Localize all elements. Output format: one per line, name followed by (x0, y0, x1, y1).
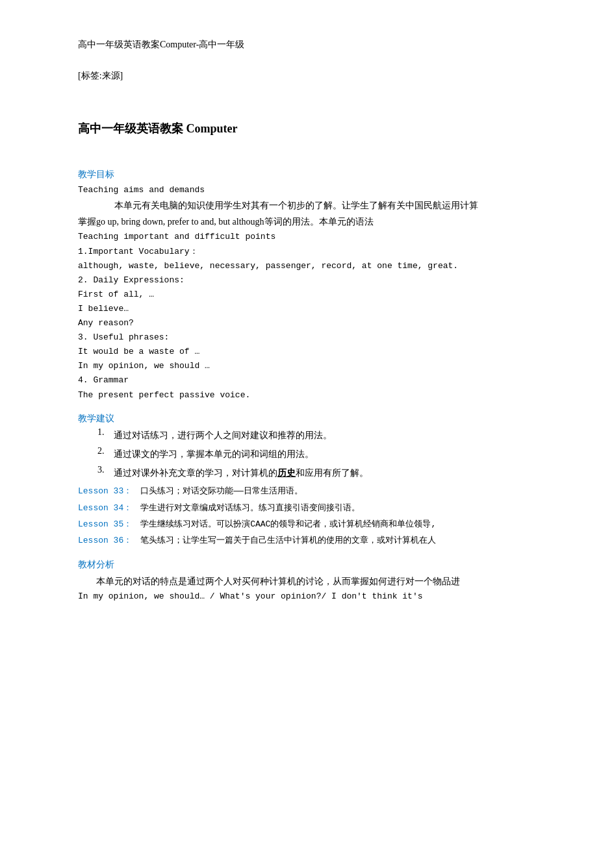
section2-heading: 教学建议 (78, 413, 536, 425)
section1-heading: 教学目标 (78, 169, 536, 180)
lesson35-content: 学生继续练习对话。可以扮演CAAC的领导和记者，或计算机经销商和单位领导, (132, 519, 436, 529)
daily-expressions: 2. Daily Expressions: (78, 273, 536, 288)
vocab-items: although, waste, believe, necessary, pas… (78, 259, 536, 273)
lesson34: Lesson 34： 学生进行对文章编成对话练习。练习直接引语变间接引语。 (78, 501, 536, 515)
suggestion2: 通过课文的学习，掌握本单元的词和词组的用法。 (114, 446, 536, 462)
first-of-all: First of all, … (78, 288, 536, 302)
teaching-aims-label: Teaching aims and demands (78, 183, 536, 197)
vocab-label: 1.Important Vocabulary： (78, 245, 536, 259)
useful-phrases: 3. Useful phrases: (78, 330, 536, 345)
section-suggestions: 教学建议 1. 通过对话练习，进行两个人之间对建议和推荐的用法。 2. 通过课文… (78, 413, 536, 549)
teaching-important: Teaching important and difficult points (78, 230, 536, 244)
phrase1: It would be a waste of … (78, 345, 536, 359)
suggestion3: 通过对课外补充文章的学习，对计算机的历史和应用有所了解。 (114, 465, 536, 481)
tag-line: [标签:来源] (78, 70, 536, 82)
list-item-2: 2. 通过课文的学习，掌握本单元的词和词组的用法。 (78, 446, 536, 462)
phrase2: In my opinion, we should … (78, 359, 536, 373)
para1-cont: 掌握go up, bring down, prefer to and, but … (78, 214, 536, 230)
list-num-2: 2. (97, 446, 114, 456)
top-title: 高中一年级英语教案Computer-高中一年级 (78, 39, 536, 51)
lesson36: Lesson 36： 笔头练习；让学生写一篇关于自己生活中计算机的使用的文章，或… (78, 533, 536, 548)
suggestion1: 通过对话练习，进行两个人之间对建议和推荐的用法。 (114, 427, 536, 443)
para4: In my opinion, we should… / What's your … (78, 589, 536, 604)
section3-heading: 教材分析 (78, 559, 536, 571)
page-container: 高中一年级英语教案Computer-高中一年级 [标签:来源] 高中一年级英语教… (0, 0, 614, 868)
lesson35: Lesson 35： 学生继续练习对话。可以扮演CAAC的领导和记者，或计算机经… (78, 517, 536, 532)
lesson34-label: Lesson 34： (78, 503, 132, 513)
list-item-3: 3. 通过对课外补充文章的学习，对计算机的历史和应用有所了解。 (78, 465, 536, 481)
lesson33-label: Lesson 33： (78, 486, 132, 496)
para3: 本单元的对话的特点是通过两个人对买何种计算机的讨论，从而掌握如何进行对一个物品进 (78, 573, 536, 589)
grammar-label: 4. Grammar (78, 373, 536, 388)
lesson33-content: 口头练习；对话交际功能——日常生活用语。 (132, 486, 303, 496)
lesson36-content: 笔头练习；让学生写一篇关于自己生活中计算机的使用的文章，或对计算机在人 (132, 536, 436, 545)
section-teaching-aims: 教学目标 Teaching aims and demands 本单元有关电脑的知… (78, 169, 536, 403)
any-reason: Any reason? (78, 316, 536, 330)
list-num-1: 1. (97, 427, 114, 438)
bold-history: 历史 (277, 468, 296, 478)
lesson35-label: Lesson 35： (78, 519, 132, 529)
list-num-3: 3. (97, 465, 114, 475)
section-material-analysis: 教材分析 本单元的对话的特点是通过两个人对买何种计算机的讨论，从而掌握如何进行对… (78, 559, 536, 604)
lesson34-content: 学生进行对文章编成对话练习。练习直接引语变间接引语。 (132, 503, 360, 513)
list-item-1: 1. 通过对话练习，进行两个人之间对建议和推荐的用法。 (78, 427, 536, 443)
grammar-content: The present perfect passive voice. (78, 388, 536, 403)
para1: 本单元有关电脑的知识使用学生对其有一个初步的了解。让学生了解有关中国民航运用计算 (78, 197, 536, 214)
main-title: 高中一年级英语教案 Computer (78, 121, 536, 136)
i-believe: I believe… (78, 302, 536, 316)
lesson33: Lesson 33： 口头练习；对话交际功能——日常生活用语。 (78, 484, 536, 499)
lesson36-label: Lesson 36： (78, 536, 132, 545)
